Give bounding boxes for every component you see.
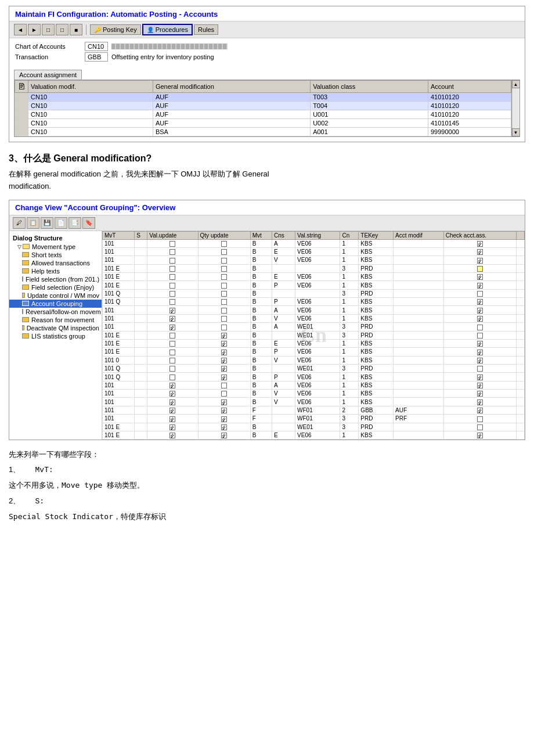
ds-update-ctrl[interactable]: Update control / WM mov [9,291,102,300]
val-update-cb[interactable] [169,274,175,280]
data-table-row[interactable]: 101 ✓ ✓ F WF01 2 GBB AUF ✓ [103,406,525,414]
check-cb[interactable]: ✓ [477,316,483,322]
cv-btn1[interactable]: 🖊 [13,217,26,229]
toolbar-btn1[interactable]: □ [42,24,55,35]
qty-update-cb[interactable] [221,316,227,322]
cv-btn2[interactable]: 📋 [27,217,39,229]
ds-deactivate-qm[interactable]: Deactivate QM inspection [9,324,102,332]
ds-reason[interactable]: Reason for movement [9,316,102,324]
check-cb[interactable]: ✓ [477,433,483,438]
check-cb[interactable]: ✓ [477,408,483,413]
val-update-cb[interactable]: ✓ [169,308,175,314]
qty-update-cb[interactable]: ✓ [221,375,227,380]
data-table-row[interactable]: 101 E ✓ B P VE06 1 KBS ✓ [103,348,525,356]
qty-update-cb[interactable]: ✓ [221,424,227,430]
check-cb[interactable]: ✓ [477,249,483,255]
qty-update-cb[interactable] [221,258,227,264]
account-tab[interactable]: Account assignment [14,70,82,80]
data-table-row[interactable]: 101 E ✓ ✓ B E VE06 1 KBS ✓ [103,431,525,439]
qty-update-cb[interactable] [221,325,227,330]
posting-key-btn[interactable]: 🔑 Posting Key [90,24,141,35]
data-table-row[interactable]: 101 ✓ ✓ F WF01 3 PRD PRF [103,415,525,423]
data-table-row[interactable]: 101 Q ✓ B WE01 3 PRD [103,364,525,372]
account-table-row[interactable]: CN10 AUF T004 41010120 [15,102,511,110]
scrollbar[interactable]: ▲ ▼ [511,80,519,136]
val-update-cb[interactable]: ✓ [169,399,175,405]
check-cb[interactable]: ✓ [477,375,483,380]
ds-reversal[interactable]: Reversal/follow-on movem [9,308,102,316]
val-update-cb[interactable] [169,241,175,247]
val-update-cb[interactable] [169,350,175,355]
data-table-row[interactable]: 101 E B E VE06 1 KBS ✓ [103,273,525,281]
data-table-row[interactable]: 101 E ✓ B WE01 3 PRD [103,331,525,339]
qty-update-cb[interactable]: ✓ [221,399,227,405]
ds-movement-type[interactable]: ▽ Movement type [9,243,102,251]
check-cb[interactable] [477,333,483,339]
data-table-row[interactable]: 101 E ✓ ✓ B WE01 3 PRD [103,423,525,431]
toolbar-btn2[interactable]: □ [56,24,68,35]
data-table-row[interactable]: 101 ✓ B V VE06 1 KBS ✓ [103,314,525,322]
val-update-cb[interactable]: ✓ [169,325,175,330]
check-cb[interactable]: ✓ [477,258,483,264]
val-update-cb[interactable]: ✓ [169,391,175,397]
ds-field-sel201[interactable]: Field selection (from 201.) [9,275,102,283]
qty-update-cb[interactable] [221,299,227,305]
check-cb[interactable]: ✓ [477,308,483,314]
data-table-row[interactable]: 101 E B P VE06 1 KBS ✓ [103,281,525,289]
qty-update-cb[interactable]: ✓ [221,341,227,347]
val-update-cb[interactable] [169,291,175,297]
val-update-cb[interactable] [169,283,175,289]
ds-allowed-transactions[interactable]: Allowed transactions [9,259,102,267]
ds-account-grouping[interactable]: Account Grouping [9,300,102,308]
ds-field-enjoy[interactable]: Field selection (Enjoy) [9,283,102,291]
rules-btn[interactable]: Rules [194,24,218,35]
qty-update-cb[interactable] [221,241,227,247]
qty-update-cb[interactable]: ✓ [221,366,227,372]
data-table-row[interactable]: 101 ✓ B A VE06 1 KBS ✓ [103,381,525,389]
check-cb[interactable] [477,291,483,297]
data-table-row[interactable]: 101 B A VE06 1 KBS ✓ [103,239,525,247]
val-update-cb[interactable] [169,375,175,380]
check-cb[interactable]: ✓ [477,350,483,355]
val-update-cb[interactable]: ✓ [169,424,175,430]
cv-btn5[interactable]: 📑 [68,217,81,229]
data-table-row[interactable]: 101 B E VE06 1 KBS ✓ [103,247,525,255]
account-table-row[interactable]: CN10 AUF T003 41010120 [15,93,511,102]
val-update-cb[interactable] [169,366,175,372]
val-update-cb[interactable] [169,249,175,255]
ds-help-texts[interactable]: Help texts [9,267,102,275]
cv-btn3[interactable]: 💾 [41,217,53,229]
qty-update-cb[interactable] [221,283,227,289]
data-table-row[interactable]: 101 B V VE06 1 KBS ✓ [103,256,525,264]
check-cb[interactable]: ✓ [477,241,483,247]
account-table-row[interactable]: CN10 AUF U001 41010120 [15,110,511,119]
val-update-cb[interactable] [169,358,175,363]
qty-update-cb[interactable] [221,391,227,397]
qty-update-cb[interactable] [221,249,227,255]
qty-update-cb[interactable]: ✓ [221,433,227,438]
qty-update-cb[interactable]: ✓ [221,333,227,339]
val-update-cb[interactable] [169,299,175,305]
qty-update-cb[interactable] [221,291,227,297]
val-update-cb[interactable] [169,341,175,347]
data-table-row[interactable]: 101 Q B P VE06 1 KBS ✓ [103,298,525,306]
val-update-cb[interactable]: ✓ [169,383,175,388]
data-table-row[interactable]: 101 E B 3 PRD [103,264,525,272]
check-cb[interactable]: ✓ [477,383,483,388]
check-cb[interactable] [477,416,483,422]
data-table-row[interactable]: 101 ✓ B V VE06 1 KBS ✓ [103,390,525,398]
account-table-row[interactable]: CN10 AUF U002 41010145 [15,119,511,128]
account-table-row[interactable]: CN10 BSA A001 99990000 [15,128,511,136]
qty-update-cb[interactable] [221,383,227,388]
data-table-row[interactable]: 101 Q B 3 PRD [103,289,525,297]
check-cb[interactable] [477,424,483,430]
check-cb[interactable] [477,266,483,272]
qty-update-cb[interactable]: ✓ [221,350,227,355]
check-cb[interactable]: ✓ [477,274,483,280]
val-update-cb[interactable]: ✓ [169,408,175,413]
toolbar-btn3[interactable]: ■ [70,24,82,35]
ds-short-texts[interactable]: Short texts [9,251,102,259]
check-cb[interactable]: ✓ [477,358,483,363]
qty-update-cb[interactable]: ✓ [221,408,227,413]
qty-update-cb[interactable] [221,266,227,272]
